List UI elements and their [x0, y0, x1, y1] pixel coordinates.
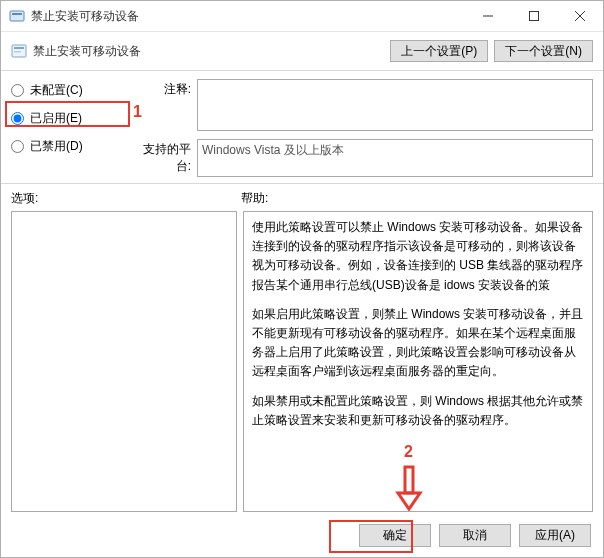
- supported-on-text: Windows Vista 及以上版本: [202, 143, 344, 157]
- help-pane: 使用此策略设置可以禁止 Windows 安装可移动设备。如果设备连接到的设备的驱…: [243, 211, 593, 512]
- comment-input[interactable]: [197, 79, 593, 131]
- apply-button[interactable]: 应用(A): [519, 524, 591, 547]
- options-label: 选项:: [11, 190, 241, 207]
- state-radio-group: 未配置(C) 已启用(E) 已禁用(D) 1: [11, 79, 131, 177]
- help-label: 帮助:: [241, 190, 268, 207]
- help-paragraph: 使用此策略设置可以禁止 Windows 安装可移动设备。如果设备连接到的设备的驱…: [252, 218, 584, 295]
- radio-not-configured-label[interactable]: 未配置(C): [30, 82, 83, 99]
- svg-marker-10: [398, 493, 420, 509]
- svg-rect-7: [14, 47, 24, 49]
- svg-rect-0: [10, 11, 24, 21]
- pane-labels: 选项: 帮助:: [1, 188, 603, 209]
- radio-enabled[interactable]: [11, 112, 24, 125]
- header-row: 禁止安装可移动设备 上一个设置(P) 下一个设置(N): [1, 32, 603, 70]
- split-panes: 使用此策略设置可以禁止 Windows 安装可移动设备。如果设备连接到的设备的驱…: [1, 209, 603, 518]
- svg-rect-9: [405, 467, 413, 493]
- policy-title: 禁止安装可移动设备: [33, 43, 141, 60]
- policy-editor-window: 禁止安装可移动设备: [0, 0, 604, 558]
- radio-disabled-label[interactable]: 已禁用(D): [30, 138, 83, 155]
- radio-not-configured[interactable]: [11, 84, 24, 97]
- close-button[interactable]: [557, 1, 603, 31]
- footer-buttons: 确定 取消 应用(A): [1, 518, 603, 557]
- app-icon: [9, 8, 25, 24]
- svg-line-4: [575, 11, 585, 21]
- supported-label: 支持的平台:: [131, 139, 197, 175]
- help-paragraph: 如果禁用或未配置此策略设置，则 Windows 根据其他允许或禁止策略设置来安装…: [252, 392, 584, 430]
- svg-rect-3: [530, 12, 539, 21]
- titlebar: 禁止安装可移动设备: [1, 1, 603, 32]
- next-setting-button[interactable]: 下一个设置(N): [494, 40, 593, 62]
- annotation-number-2: 2: [404, 439, 413, 465]
- radio-disabled[interactable]: [11, 140, 24, 153]
- cancel-button[interactable]: 取消: [439, 524, 511, 547]
- annotation-arrow-icon: [394, 465, 424, 512]
- comment-label: 注释:: [131, 79, 197, 98]
- help-paragraph: 如果启用此策略设置，则禁止 Windows 安装可移动设备，并且不能更新现有可移…: [252, 305, 584, 382]
- options-pane: [11, 211, 237, 512]
- prev-setting-button[interactable]: 上一个设置(P): [390, 40, 488, 62]
- window-title: 禁止安装可移动设备: [31, 8, 465, 25]
- supported-on-box: Windows Vista 及以上版本: [197, 139, 593, 177]
- radio-enabled-label[interactable]: 已启用(E): [30, 110, 82, 127]
- divider: [1, 183, 603, 184]
- minimize-button[interactable]: [465, 1, 511, 31]
- svg-line-5: [575, 11, 585, 21]
- policy-icon: [11, 43, 27, 59]
- divider: [1, 70, 603, 71]
- svg-rect-1: [12, 13, 22, 15]
- ok-button[interactable]: 确定: [359, 524, 431, 547]
- config-section: 未配置(C) 已启用(E) 已禁用(D) 1 注释: 支持的平台: W: [1, 75, 603, 183]
- window-controls: [465, 1, 603, 31]
- maximize-button[interactable]: [511, 1, 557, 31]
- svg-rect-8: [14, 51, 21, 53]
